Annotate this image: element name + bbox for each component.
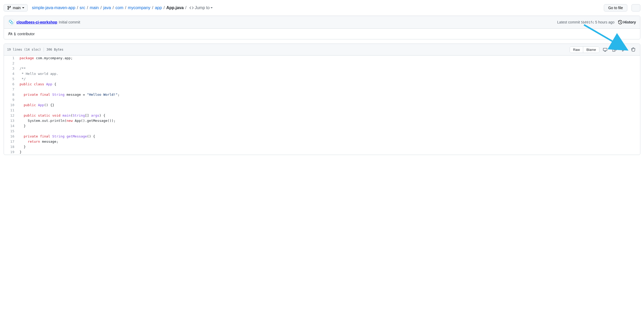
line-number[interactable]: 10 [4,103,17,108]
breadcrumb-segment[interactable]: com [116,5,123,10]
contributors-row[interactable]: 1 contributor [4,29,640,39]
code-line [17,87,640,92]
commit-sha[interactable]: 5b091fc [581,21,594,24]
code-line: } [17,149,640,155]
go-to-file-button[interactable]: Go to file [604,4,627,11]
line-number[interactable]: 9 [4,97,17,103]
breadcrumb-segment[interactable]: mycompany [128,5,150,10]
code-line: package com.mycompany.app; [17,56,640,61]
code-line [17,129,640,134]
caret-down-icon [22,7,24,8]
caret-down-icon [211,7,213,8]
delete-file-button[interactable] [630,46,637,53]
git-branch-icon [7,6,11,10]
code-line: public App() {} [17,103,640,108]
people-icon [8,32,12,36]
svg-point-1 [11,22,13,24]
line-number[interactable]: 8 [4,92,17,97]
code-line: } [17,123,640,129]
code-line [17,61,640,66]
cloudbees-logo-icon [9,20,14,25]
line-number[interactable]: 4 [4,71,17,76]
file-nav-row: main simple-java-maven-app / src / main … [4,4,640,11]
commit-author[interactable]: cloudbees-ci-workshop [16,20,57,24]
code-line: private final String message = "Helloo W… [17,92,640,97]
raw-blame-group: Raw Blame [570,46,599,53]
code-line: System.out.println(new App().getMessage(… [17,118,640,123]
commit-box: cloudbees-ci-workshop Initial commit Lat… [4,16,640,39]
line-number[interactable]: 1 [4,56,17,61]
desktop-icon [603,47,607,52]
breadcrumb-segment[interactable]: src [80,5,85,10]
trash-icon [631,47,635,52]
edit-file-button[interactable] [620,46,628,53]
code-line: private final String getMessage() { [17,134,640,139]
code-line [17,108,640,113]
line-number[interactable]: 18 [4,144,17,149]
blame-button[interactable]: Blame [583,47,599,53]
file-header: 19 lines (14 sloc) 306 Bytes Raw Blame [4,44,640,56]
code-line: public static void main(String[] args) { [17,113,640,118]
breadcrumb: simple-java-maven-app / src / main / jav… [32,5,213,10]
branch-selector[interactable]: main [4,4,28,11]
breadcrumb-segment[interactable]: app [155,5,162,10]
line-number[interactable]: 2 [4,61,17,66]
line-number[interactable]: 3 [4,66,17,71]
breadcrumb-file: App.java [166,5,184,10]
commit-time: 5 hours ago [595,20,615,24]
code-line: return message; [17,139,640,144]
latest-commit-label: Latest commit [557,20,580,24]
breadcrumb-repo[interactable]: simple-java-maven-app [32,5,75,10]
code-line: */ [17,76,640,82]
latest-commit-row: cloudbees-ci-workshop Initial commit Lat… [4,16,640,29]
code-icon [189,6,194,10]
line-number[interactable]: 19 [4,149,17,155]
line-number[interactable]: 15 [4,129,17,134]
line-number[interactable]: 11 [4,108,17,113]
code-line [17,97,640,103]
copy-button[interactable] [611,46,618,53]
code-line: /** [17,66,640,71]
history-link[interactable]: History [618,20,636,24]
more-options-button[interactable] [631,4,640,11]
open-desktop-button[interactable] [601,46,609,53]
line-number[interactable]: 14 [4,123,17,129]
line-number[interactable]: 6 [4,82,17,87]
code-view: 1package com.mycompany.app;2 3/**4 * Hel… [4,56,640,155]
copy-icon [612,47,617,52]
avatar[interactable] [8,19,14,25]
line-number[interactable]: 5 [4,76,17,82]
line-number[interactable]: 7 [4,87,17,92]
pencil-icon [622,47,626,52]
line-number[interactable]: 13 [4,118,17,123]
file-lines-info: 19 lines (14 sloc) [7,48,41,51]
history-icon [618,20,622,24]
code-line: public class App { [17,82,640,87]
breadcrumb-segment[interactable]: main [90,5,99,10]
code-line: * Hello world app. [17,71,640,76]
code-line: } [17,144,640,149]
line-number[interactable]: 17 [4,139,17,144]
file-size-info: 306 Bytes [46,48,63,51]
raw-button[interactable]: Raw [570,47,583,53]
breadcrumb-segment[interactable]: java [103,5,111,10]
branch-name: main [13,6,21,10]
line-number[interactable]: 12 [4,113,17,118]
file-view-box: 19 lines (14 sloc) 306 Bytes Raw Blame [4,44,640,155]
line-number[interactable]: 16 [4,134,17,139]
contributors-label: contributor [17,32,35,36]
contributors-count: 1 [14,32,16,36]
commit-message[interactable]: Initial commit [59,20,80,24]
jump-to-menu[interactable]: Jump to [189,5,213,10]
